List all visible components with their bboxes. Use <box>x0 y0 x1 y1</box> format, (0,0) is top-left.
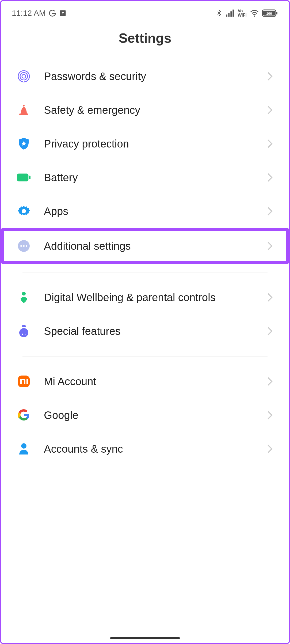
chevron-right-icon <box>266 377 273 386</box>
svg-rect-15 <box>17 174 28 181</box>
settings-list: Passwords & security Safety & emergency … <box>1 59 289 466</box>
more-icon <box>17 239 30 253</box>
settings-item-google[interactable]: Google <box>6 398 284 432</box>
svg-rect-3 <box>231 11 232 17</box>
svg-point-11 <box>20 73 28 80</box>
upload-icon <box>59 9 67 17</box>
siren-icon <box>17 103 30 117</box>
vowifi-indicator: Vo WiFi <box>238 9 247 17</box>
item-label: Additional settings <box>44 239 253 253</box>
chevron-right-icon <box>266 71 273 81</box>
svg-text:100: 100 <box>266 12 272 16</box>
svg-point-12 <box>22 74 26 78</box>
google-g-icon <box>48 9 56 17</box>
chevron-right-icon <box>266 105 273 115</box>
svg-point-20 <box>23 245 25 247</box>
svg-point-17 <box>22 209 26 213</box>
settings-item-battery[interactable]: Battery <box>6 161 284 194</box>
home-indicator[interactable] <box>110 637 180 639</box>
svg-point-24 <box>19 328 28 337</box>
svg-rect-7 <box>276 12 277 14</box>
chevron-right-icon <box>266 241 273 251</box>
person-icon <box>17 442 30 456</box>
item-label: Apps <box>44 204 253 218</box>
svg-point-26 <box>25 334 26 335</box>
settings-item-mi-account[interactable]: Mi Account <box>6 365 284 398</box>
settings-item-apps[interactable]: Apps <box>6 194 284 228</box>
battery-icon: 100 <box>262 9 278 17</box>
svg-point-25 <box>22 334 23 335</box>
status-right: Vo WiFi 100 <box>216 9 278 17</box>
settings-item-safety-emergency[interactable]: Safety & emergency <box>6 93 284 127</box>
page-title: Settings <box>1 22 289 59</box>
svg-rect-14 <box>23 105 25 107</box>
svg-rect-4 <box>233 10 234 17</box>
chevron-right-icon <box>266 410 273 420</box>
person-heart-icon <box>17 291 30 304</box>
svg-point-22 <box>22 292 26 296</box>
divider <box>22 356 268 357</box>
mi-logo-icon <box>17 375 30 388</box>
item-label: Battery <box>44 171 253 184</box>
settings-item-additional-settings[interactable]: Additional settings <box>1 228 289 264</box>
item-label: Digital Wellbeing & parental controls <box>44 291 253 304</box>
signal-icon <box>226 9 234 17</box>
chevron-right-icon <box>266 206 273 216</box>
settings-item-digital-wellbeing[interactable]: Digital Wellbeing & parental controls <box>6 281 284 314</box>
status-bar: 11:12 AM Vo WiFi <box>1 1 289 22</box>
svg-rect-23 <box>22 325 26 327</box>
item-label: Mi Account <box>44 375 253 388</box>
item-label: Accounts & sync <box>44 442 253 456</box>
chevron-right-icon <box>266 173 273 182</box>
svg-rect-1 <box>226 14 228 17</box>
svg-point-28 <box>21 443 26 449</box>
item-label: Safety & emergency <box>44 103 253 117</box>
wifi-icon <box>250 9 259 17</box>
battery-icon <box>17 171 30 184</box>
flask-icon <box>17 324 30 338</box>
svg-point-5 <box>254 16 255 17</box>
chevron-right-icon <box>266 293 273 302</box>
google-logo-icon <box>17 408 30 422</box>
item-label: Google <box>44 408 253 422</box>
svg-rect-27 <box>18 376 30 387</box>
status-time: 11:12 AM <box>12 9 46 18</box>
settings-item-accounts-sync[interactable]: Accounts & sync <box>6 432 284 466</box>
settings-item-special-features[interactable]: Special features <box>6 314 284 348</box>
bluetooth-icon <box>216 9 223 17</box>
svg-point-21 <box>26 245 27 247</box>
svg-rect-16 <box>29 176 30 179</box>
gear-icon <box>17 204 30 218</box>
chevron-right-icon <box>266 444 273 454</box>
item-label: Passwords & security <box>44 70 253 83</box>
status-left: 11:12 AM <box>12 9 67 18</box>
svg-rect-2 <box>228 13 230 17</box>
shield-icon <box>17 137 30 150</box>
chevron-right-icon <box>266 326 273 336</box>
divider <box>22 272 268 272</box>
svg-point-19 <box>20 245 22 247</box>
settings-item-passwords-security[interactable]: Passwords & security <box>6 59 284 93</box>
item-label: Special features <box>44 324 253 338</box>
item-label: Privacy protection <box>44 137 253 150</box>
svg-rect-13 <box>19 113 28 115</box>
fingerprint-icon <box>17 70 30 83</box>
chevron-right-icon <box>266 139 273 149</box>
settings-item-privacy-protection[interactable]: Privacy protection <box>6 127 284 161</box>
